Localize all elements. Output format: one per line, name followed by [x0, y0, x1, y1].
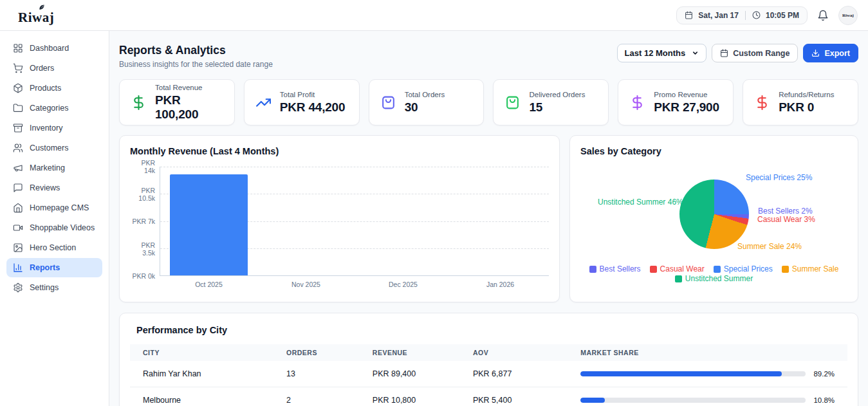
shopping-bag-icon	[380, 95, 396, 111]
x-tick: Jan 2026	[452, 281, 549, 288]
legend-swatch	[714, 266, 721, 273]
brand-name: Riwaj	[18, 10, 54, 25]
date-range-select[interactable]: Last 12 Months	[617, 44, 707, 62]
kpi-card-total-profit: Total ProfitPKR 44,200	[244, 79, 360, 125]
table-row: Rahim Yar Khan 13 PKR 89,400 PKR 6,877 8…	[130, 361, 847, 387]
performance-by-city-title: Performance by City	[136, 325, 847, 335]
y-tick: PKR 7k	[130, 217, 155, 225]
user-avatar[interactable]: Riwaj	[838, 6, 858, 25]
pie-legend: Best Sellers Casual Wear Special Prices …	[580, 264, 847, 283]
export-label: Export	[824, 49, 850, 58]
cell-orders: 13	[273, 361, 360, 387]
topbar: Riwaj Sat, Jan 17 10:05 PM Riwaj	[0, 0, 868, 31]
y-tick: PKR 0k	[130, 272, 155, 280]
current-date: Sat, Jan 17	[698, 11, 739, 20]
megaphone-icon	[13, 163, 23, 173]
sidebar-item-hero-section[interactable]: Hero Section	[6, 238, 102, 257]
pie-callout: Best Sellers 2%	[758, 207, 813, 216]
avatar-label: Riwaj	[842, 13, 854, 18]
kpi-value: 30	[405, 100, 445, 115]
sidebar-item-label: Orders	[30, 64, 54, 73]
sidebar-item-settings[interactable]: Settings	[6, 278, 102, 297]
sidebar-item-label: Hero Section	[30, 243, 76, 252]
users-icon	[13, 143, 23, 153]
sidebar-item-orders[interactable]: Orders	[6, 59, 102, 78]
sidebar-item-label: Categories	[30, 104, 68, 113]
y-axis: PKR 14k PKR 10.5k PKR 7k PKR 3.5k PKR 0k	[130, 167, 160, 276]
x-tick: Oct 2025	[160, 281, 257, 288]
cell-revenue: PKR 10,800	[360, 387, 460, 406]
sidebar: Dashboard Orders Products Categories Inv…	[0, 31, 109, 406]
revenue-bar	[170, 174, 248, 275]
cell-aov: PKR 6,877	[460, 361, 568, 387]
message-icon	[13, 183, 23, 193]
dollar-sign-icon	[629, 95, 645, 111]
legend-label: Best Sellers	[600, 264, 641, 273]
main-content: Reports & Analytics Business insights fo…	[109, 31, 868, 406]
sidebar-item-reports[interactable]: Reports	[6, 258, 102, 277]
x-tick: Dec 2025	[355, 281, 452, 288]
sales-by-category-chart: Special Prices 25% Best Sellers 2% Casua…	[580, 158, 847, 290]
pie-callout: Unstitched Summer 46%	[598, 198, 683, 207]
sidebar-item-dashboard[interactable]: Dashboard	[6, 39, 102, 58]
kpi-label: Refunds/Returns	[779, 91, 834, 98]
sidebar-item-marketing[interactable]: Marketing	[6, 158, 102, 178]
sidebar-item-products[interactable]: Products	[6, 78, 102, 98]
download-icon	[811, 49, 820, 57]
date-range-value: Last 12 Months	[625, 48, 686, 58]
kpi-value: PKR 44,200	[280, 100, 346, 115]
legend-item: Special Prices	[714, 264, 773, 273]
sidebar-item-customers[interactable]: Customers	[6, 138, 102, 158]
chevron-down-icon	[692, 50, 699, 57]
legend-label: Special Prices	[724, 264, 773, 273]
legend-swatch	[589, 266, 596, 273]
kpi-value: 15	[529, 100, 585, 115]
sidebar-item-shoppable-videos[interactable]: Shoppable Videos	[6, 218, 102, 237]
sidebar-item-categories[interactable]: Categories	[6, 98, 102, 118]
monthly-revenue-title: Monthly Revenue (Last 4 Months)	[130, 146, 549, 156]
custom-range-button[interactable]: Custom Range	[712, 44, 798, 62]
archive-icon	[13, 123, 23, 133]
market-share-cell: 89.2%	[580, 370, 835, 378]
brand-logo: Riwaj	[18, 5, 54, 26]
shopping-bag-icon	[504, 95, 521, 111]
pie-callout: Casual Wear 3%	[757, 215, 815, 224]
performance-by-city-card: Performance by City City Orders Revenue …	[119, 313, 858, 406]
kpi-label: Delivered Orders	[529, 91, 585, 98]
bar-chart-icon	[13, 263, 23, 273]
progress-fill	[580, 371, 781, 376]
page-subtitle: Business insights for the selected date …	[119, 60, 273, 69]
folder-icon	[13, 103, 23, 113]
y-tick: PKR 10.5k	[130, 186, 155, 201]
sales-by-category-card: Sales by Category Special Prices 25% Bes…	[569, 135, 858, 302]
grid-icon	[13, 43, 23, 53]
col-city: City	[130, 344, 273, 361]
kpi-value: PKR 27,900	[654, 100, 719, 115]
sidebar-item-label: Dashboard	[30, 44, 69, 53]
col-aov: AOV	[460, 344, 568, 361]
sidebar-item-homepage-cms[interactable]: Homepage CMS	[6, 198, 102, 217]
legend-item: Casual Wear	[650, 264, 705, 273]
sidebar-item-reviews[interactable]: Reviews	[6, 178, 102, 198]
pie-callout: Summer Sale 24%	[737, 242, 802, 251]
legend-swatch	[675, 275, 682, 282]
sidebar-item-label: Customers	[30, 143, 68, 152]
sidebar-item-label: Marketing	[30, 163, 65, 172]
trending-up-icon	[255, 95, 272, 111]
logo-leaf-icon	[38, 4, 45, 11]
monthly-revenue-card: Monthly Revenue (Last 4 Months) PKR 14k …	[119, 135, 560, 302]
current-time: 10:05 PM	[766, 11, 799, 20]
kpi-card-total-revenue: Total RevenuePKR 100,200	[119, 79, 235, 125]
cell-aov: PKR 5,400	[460, 387, 568, 406]
export-button[interactable]: Export	[803, 44, 858, 62]
notifications-bell-button[interactable]	[817, 10, 829, 21]
sidebar-item-inventory[interactable]: Inventory	[6, 118, 102, 138]
pill-divider	[745, 11, 746, 20]
datetime-pill: Sat, Jan 17 10:05 PM	[676, 6, 808, 24]
dollar-sign-icon	[131, 95, 147, 111]
performance-table: City Orders Revenue AOV Market Share Rah…	[130, 344, 847, 406]
table-header-row: City Orders Revenue AOV Market Share	[130, 344, 847, 361]
cell-orders: 2	[273, 387, 360, 406]
share-label: 10.8%	[813, 396, 835, 404]
cell-city: Melbourne	[130, 387, 273, 406]
